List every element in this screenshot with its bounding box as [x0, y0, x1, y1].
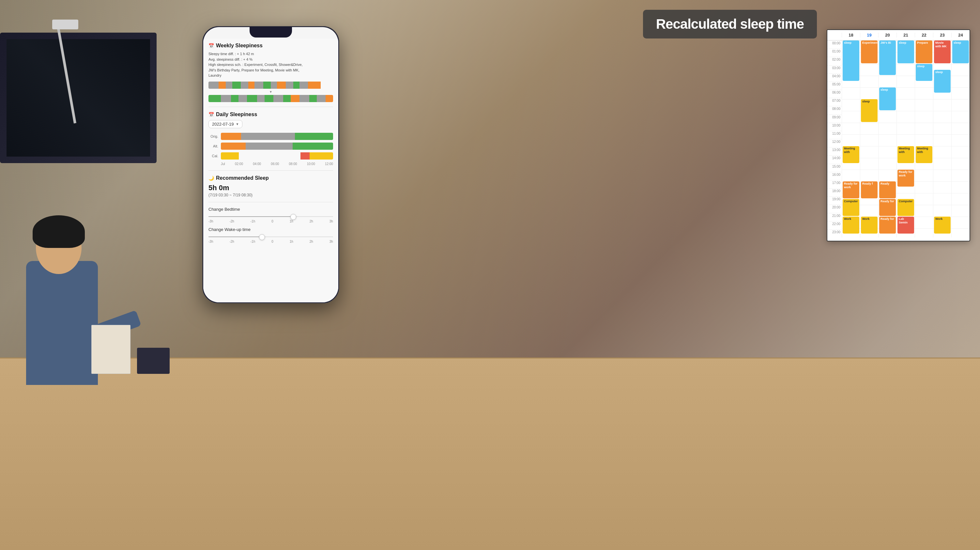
cal-event: Lab Semin [897, 216, 914, 234]
hour-line [915, 134, 933, 135]
cal-event: sleep [916, 64, 932, 81]
cal-event: Meeting with [897, 146, 914, 163]
days-grid: sleepMeeting withReady for workComputerW… [842, 40, 970, 237]
cal-event: Meeting with [916, 146, 932, 163]
daily-section-header: 📅 Daily Sleepiness [208, 111, 333, 118]
hour-line [915, 122, 933, 123]
bedtime-track-fill [208, 216, 293, 217]
banner-text: Recalculated sleep time [656, 16, 804, 32]
cal-event: Ready for [879, 199, 896, 216]
cal-event: sleep [952, 40, 969, 63]
cal-event: Meeting with [843, 146, 859, 163]
moon-icon: 🌙 [208, 175, 214, 181]
bedtime-axis: -3h -2h -1h 0 1h 2h 3h [208, 219, 333, 223]
hour-line [933, 170, 951, 170]
time-label-4: 04:00 [827, 73, 842, 81]
daily-title: Daily Sleepiness [216, 111, 257, 118]
time-label-19: 19:00 [827, 196, 842, 205]
cal-day-header-22: 22 [915, 33, 933, 38]
phone: 📅 Weekly Sleepiness Sleepy time diff. : … [202, 26, 339, 304]
keyboard [137, 348, 170, 374]
recalculated-banner: Recalculated sleep time [643, 10, 817, 38]
date-selector[interactable]: 2022-07-19 ▼ [208, 120, 242, 128]
sleep-bars: Orig. Alt. [208, 133, 333, 159]
orig-label: Orig. [208, 134, 218, 138]
wakeup-track-fill [208, 237, 262, 237]
cal-label: Cal. [208, 154, 218, 158]
cal-event: Ready for work [897, 170, 914, 187]
time-label-18: 18:00 [827, 188, 842, 196]
time-label-7: 07:00 [827, 98, 842, 106]
desk-surface [0, 358, 980, 550]
hour-line [933, 146, 951, 146]
chart-arrow: ▼ [208, 90, 333, 94]
time-label-10: 10:00 [827, 122, 842, 131]
time-label-9: 09:00 [827, 114, 842, 122]
hour-line [897, 122, 915, 123]
cal-bar-row: Cal. [208, 153, 333, 159]
hour-line [897, 87, 915, 88]
time-label-11: 11:00 [827, 131, 842, 139]
time-label-0: 00:00 [827, 40, 842, 49]
time-label-21: 21:00 [827, 213, 842, 221]
cal-event: Work [861, 216, 878, 234]
hour-line [878, 146, 896, 146]
day-lane-24: sleepShower [951, 40, 970, 237]
cal-event: sleep [879, 87, 896, 110]
hour-line [951, 134, 970, 135]
hour-line [951, 87, 970, 88]
hour-line [842, 170, 860, 170]
day-lane-22: PreparesleepMeeting withDinner with HPre… [915, 40, 933, 237]
hour-line [951, 170, 970, 170]
cal-event: sleep [897, 40, 914, 63]
hour-line [933, 122, 951, 123]
wakeup-thumb[interactable] [259, 234, 265, 240]
hour-line [915, 228, 933, 229]
weekly-bar-1 [208, 81, 333, 89]
cal-day-header-19: 19 [860, 33, 878, 38]
cal-event: sleep [934, 70, 951, 93]
hour-line [915, 193, 933, 194]
bedtime-thumb[interactable] [290, 214, 296, 220]
hour-line [933, 193, 951, 194]
bedtime-slider-container[interactable] [208, 214, 333, 219]
hour-line [860, 158, 878, 158]
orig-bar [221, 133, 333, 140]
orig-bar-row: Orig. [208, 133, 333, 140]
time-label-13: 13:00 [827, 147, 842, 155]
time-label-20: 20:00 [827, 205, 842, 213]
time-label-2: 02:00 [827, 57, 842, 65]
cal-event: Ready for [879, 216, 896, 234]
cal-event: Ready [879, 181, 896, 198]
cal-event: JW's Bi [879, 40, 896, 75]
cal-event: Computer [897, 199, 914, 216]
time-label-8: 08:00 [827, 106, 842, 114]
time-label-15: 15:00 [827, 164, 842, 172]
calendar-panel: 18192021222324 00:0001:0002:0003:0004:00… [827, 29, 970, 242]
hour-line [860, 87, 878, 88]
hour-line [951, 76, 970, 76]
wakeup-slider-track [208, 237, 333, 237]
hour-line [951, 64, 970, 64]
hour-line [860, 76, 878, 76]
calendar-body: 00:0001:0002:0003:0004:0005:0006:0007:00… [827, 40, 970, 237]
change-wakeup-section: Change Wake-up time -3h -2h -1h 0 1h 2h [208, 227, 333, 243]
hour-line [951, 158, 970, 158]
change-bedtime-section: Change Bedtime -3h -2h -1h 0 1h 2h [208, 207, 333, 223]
hour-line [915, 170, 933, 170]
hour-line [897, 193, 915, 194]
day-lane-21: sleepMeeting withReady for workComputerL… [896, 40, 915, 237]
hour-line [933, 99, 951, 100]
phone-notch [250, 27, 292, 38]
date-value: 2022-07-19 [212, 122, 234, 127]
hour-line [897, 99, 915, 100]
hour-line [933, 181, 951, 182]
phone-screen[interactable]: 📅 Weekly Sleepiness Sleepy time diff. : … [203, 39, 338, 302]
change-bedtime-label: Change Bedtime [208, 207, 333, 212]
hour-line [951, 99, 970, 100]
rec-duration: 5h 0m [208, 184, 333, 192]
rec-time: (7/19 03:30 ~ 7/19 08:30) [208, 193, 333, 197]
hour-line [878, 158, 896, 158]
hour-line [933, 158, 951, 158]
wakeup-slider-container[interactable] [208, 234, 333, 240]
